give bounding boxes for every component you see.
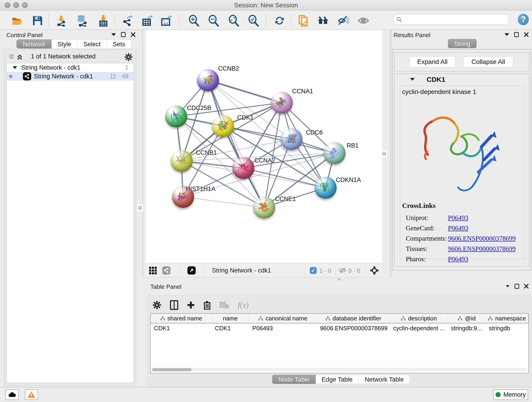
open-session-icon[interactable] [11,15,23,27]
column-header--id[interactable]: @id [448,314,486,323]
bottom-splitter-handle[interactable] [337,278,341,281]
network-node-ccnb1[interactable] [171,150,193,172]
crosslink-label: Uniprot: [402,214,448,222]
copy-network-icon[interactable] [298,15,310,27]
network-edge[interactable] [208,80,264,207]
network-node-ccna1[interactable] [271,92,293,114]
search-input[interactable] [405,15,505,24]
column-header-database-identifier[interactable]: database identifier [317,314,390,323]
column-mapping-icon [325,316,330,321]
expand-collapse-box: Expand All Collapse All [394,52,529,71]
table-panel-menu-icon[interactable] [506,285,510,287]
table-row[interactable]: CDK1CDK1P064939606.ENSP00000378699cyclin… [151,323,528,333]
crosslink-link[interactable]: P06493 [448,224,468,232]
crosslink-link[interactable]: P06493 [448,214,468,222]
table-options-gear-icon[interactable] [152,301,161,309]
tab-sets[interactable]: Sets [107,39,131,49]
control-panel-title: Control Panel [6,32,43,39]
tab-select[interactable]: Select [77,39,107,49]
results-panel-close-icon[interactable] [524,32,529,37]
network-node-cdc6[interactable] [280,128,302,150]
fit-crosshair-icon[interactable] [369,265,380,275]
import-network-icon[interactable] [55,15,67,27]
network-node-ccnb2[interactable] [197,69,219,91]
table-panel-float-icon[interactable] [515,284,519,289]
hide-unhide-icon[interactable] [337,15,349,27]
crosslink-link[interactable]: 9606.ENSP00000378699 [448,235,516,242]
open-in-window-icon[interactable] [187,266,196,274]
network-node-cdk1[interactable] [212,115,234,137]
zoom-fit-icon[interactable] [228,15,240,27]
import-table-icon[interactable] [97,15,109,27]
tab-string[interactable]: String [448,39,476,48]
network-node-ccna2[interactable] [232,157,254,179]
table-cell: 9606.ENSP00000378699 [317,323,390,333]
expand-all-button[interactable]: Expand All [409,56,456,67]
right-splitter[interactable] [390,30,390,277]
collapse-all-button[interactable]: Collapse All [463,56,513,67]
delete-table-icon [220,301,229,309]
left-splitter-handle[interactable] [137,204,143,212]
left-splitter[interactable] [143,30,143,277]
results-panel-float-icon[interactable] [514,32,519,37]
birdseye-grid-icon[interactable] [149,267,157,275]
column-header-description[interactable]: description [390,314,448,323]
tab-style[interactable]: Style [51,39,77,49]
refresh-icon[interactable] [273,15,285,27]
zoom-out-icon[interactable] [208,15,220,27]
memory-button[interactable]: Memory [493,389,528,400]
table-horizontal-scrollbar[interactable] [152,368,527,371]
column-header-name[interactable]: name [212,314,249,323]
node-label-cdc25b: CDC25B [187,104,211,112]
export-table-icon[interactable] [141,15,153,27]
show-graphics-icon[interactable] [357,15,369,27]
crosslink-row: GeneCard:P06493 [402,223,516,233]
cloud-button[interactable] [6,389,19,400]
network-node-cdkn1a[interactable] [315,177,336,199]
network-edge[interactable] [183,197,264,207]
network-badge-icon[interactable] [162,266,171,274]
selected-checkbox-icon[interactable]: ✓ [310,267,317,274]
tab-network-table[interactable]: Network Table [359,375,410,384]
network-node-rb1[interactable] [323,142,346,164]
network-options-gear-icon[interactable] [124,53,133,61]
add-column-icon[interactable] [187,301,195,309]
hidden-count: 0 - 0 [348,267,360,274]
help-button[interactable]: ? [518,14,529,25]
protein-collapse-icon[interactable] [410,78,415,81]
column-header-namespace[interactable]: namespace [486,314,528,323]
network-node-cdc25b[interactable] [165,105,187,128]
delete-column-icon[interactable] [203,300,211,310]
table-tabs: Node Table Edge Table Network Table [272,375,410,384]
main-toolbar: ? [0,11,532,30]
show-columns-icon[interactable] [170,300,178,310]
warnings-button[interactable] [25,389,38,400]
network-canvas[interactable]: CCNB2CCNA1CDC25BCDK1CDC6RB1CCNB1CCNA2CDK… [146,30,382,263]
toolbar-separator [266,14,266,27]
collection-expand-icon[interactable] [13,66,17,69]
export-network-icon[interactable] [121,15,133,27]
network-edge[interactable] [243,168,326,188]
save-session-icon[interactable] [32,15,44,27]
string-home-icon[interactable] [317,15,329,27]
tab-network[interactable]: Network [17,39,51,49]
network-row[interactable]: String Network - cdk1 11 48 [7,72,133,81]
table-panel-close-icon[interactable] [524,284,529,289]
control-panel-menu-icon[interactable] [111,33,116,36]
control-panel-float-icon[interactable] [121,32,126,37]
network-panel-box: 1 of 1 Network selected String Network -… [4,50,136,385]
control-panel-close-icon[interactable] [131,32,136,37]
zoom-in-icon[interactable] [188,15,200,27]
column-header-shared-name[interactable]: shared name [151,314,212,323]
network-collection-row[interactable]: String Network - cdk1 1 [7,63,133,72]
network-node-ccne1[interactable] [253,196,275,218]
column-header-canonical-name[interactable]: canonical name [249,314,317,323]
zoom-selected-icon[interactable] [247,15,259,27]
tab-edge-table[interactable]: Edge Table [316,375,359,384]
import-network-from-database-icon[interactable] [76,15,88,27]
export-image-icon[interactable] [160,15,172,27]
results-panel-menu-icon[interactable] [505,33,509,36]
crosslink-link[interactable]: 9606.ENSP00000378699 [448,245,516,253]
crosslink-link[interactable]: P06493 [448,255,468,263]
tab-node-table[interactable]: Node Table [272,375,316,384]
